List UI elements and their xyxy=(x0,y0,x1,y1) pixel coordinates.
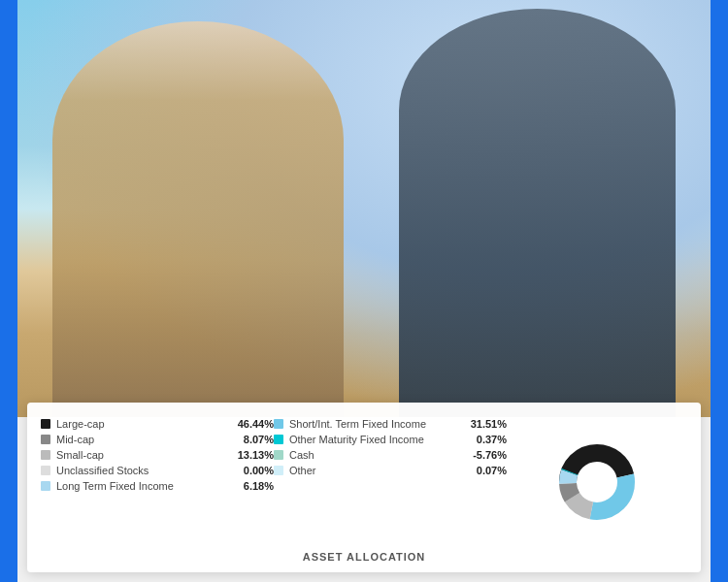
othermaturity-dot xyxy=(274,435,283,444)
unclassified-label: Unclassified Stocks xyxy=(56,465,227,476)
longterm-dot xyxy=(41,481,50,491)
legend-item-unclassified: Unclassified Stocks 0.00% xyxy=(41,465,274,476)
midcap-label: Mid-cap xyxy=(56,434,227,445)
chart-area xyxy=(507,418,687,545)
cash-dot xyxy=(274,450,283,460)
legend-item-othermaturity: Other Maturity Fixed Income 0.37% xyxy=(274,434,507,445)
legend-item-other: Other 0.07% xyxy=(274,465,507,476)
page-container: Large-cap 46.44% Mid-cap 8.07% Small-cap… xyxy=(0,0,728,582)
longterm-value: 6.18% xyxy=(233,480,274,492)
cash-label: Cash xyxy=(289,449,460,461)
photo-background xyxy=(17,0,711,417)
legend-item-midcap: Mid-cap 8.07% xyxy=(41,434,274,445)
legend-item-smallcap: Small-cap 13.13% xyxy=(41,449,274,461)
shortterm-dot xyxy=(274,419,283,429)
shortterm-label: Short/Int. Term Fixed Income xyxy=(289,418,460,430)
other-label: Other xyxy=(289,465,460,476)
smallcap-dot xyxy=(41,450,50,460)
donut-svg xyxy=(553,438,641,526)
other-value: 0.07% xyxy=(466,465,507,476)
othermaturity-value: 0.37% xyxy=(466,434,507,445)
midcap-dot xyxy=(41,435,50,444)
legend-left-column: Large-cap 46.44% Mid-cap 8.07% Small-cap… xyxy=(41,418,274,545)
person-right xyxy=(399,9,677,417)
blue-bar-right xyxy=(711,0,728,582)
midcap-value: 8.07% xyxy=(233,434,274,445)
legend-item-longterm: Long Term Fixed Income 6.18% xyxy=(41,480,274,492)
chart-title: ASSET ALLOCATION xyxy=(41,551,687,563)
person-left xyxy=(52,21,344,418)
other-dot xyxy=(274,466,283,475)
main-content: Large-cap 46.44% Mid-cap 8.07% Small-cap… xyxy=(17,0,711,582)
asset-allocation-card: Large-cap 46.44% Mid-cap 8.07% Small-cap… xyxy=(27,403,701,572)
othermaturity-label: Other Maturity Fixed Income xyxy=(289,434,460,445)
largecap-value: 46.44% xyxy=(233,418,274,430)
longterm-label: Long Term Fixed Income xyxy=(56,480,227,492)
cash-value: -5.76% xyxy=(466,449,507,461)
shortterm-value: 31.51% xyxy=(466,418,507,430)
unclassified-dot xyxy=(41,466,50,475)
largecap-label: Large-cap xyxy=(56,418,227,430)
largecap-dot xyxy=(41,419,50,429)
svg-point-7 xyxy=(578,463,616,501)
blue-bar-left xyxy=(0,0,17,582)
smallcap-label: Small-cap xyxy=(56,449,227,461)
hero-photo xyxy=(17,0,711,417)
legend-item-shortterm: Short/Int. Term Fixed Income 31.51% xyxy=(274,418,507,430)
legend-item-cash: Cash -5.76% xyxy=(274,449,507,461)
unclassified-value: 0.00% xyxy=(233,465,274,476)
donut-chart xyxy=(553,438,641,526)
legend-middle-column: Short/Int. Term Fixed Income 31.51% Othe… xyxy=(274,418,507,545)
smallcap-value: 13.13% xyxy=(233,449,274,461)
legend-item-largecap: Large-cap 46.44% xyxy=(41,418,274,430)
legend-area: Large-cap 46.44% Mid-cap 8.07% Small-cap… xyxy=(41,418,687,545)
